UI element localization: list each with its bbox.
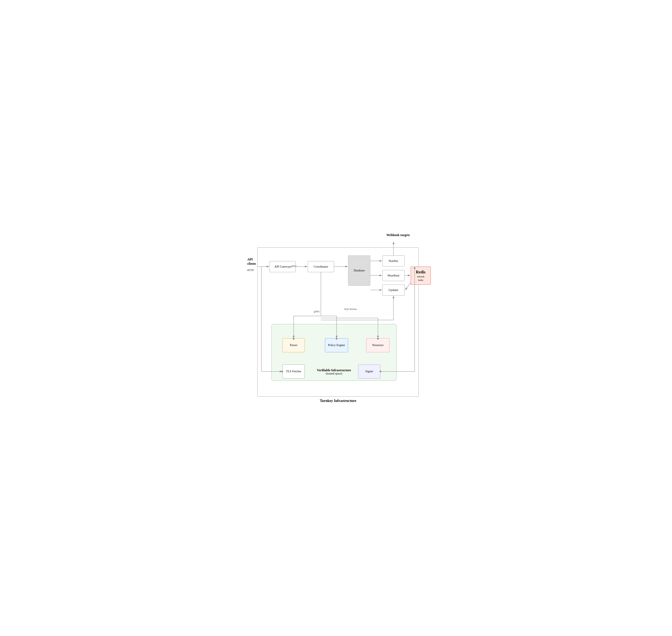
updater-label: Updater [389, 288, 398, 292]
notarizer-box: Notarizer [366, 338, 389, 352]
policy-engine-box: Policy Engine [325, 338, 348, 352]
parser-label: Parser [290, 343, 298, 347]
grpc1-text: gPRC [291, 264, 297, 267]
database-box: Database [348, 255, 370, 286]
tls-fetcher-box: TLS Fetcher [283, 364, 305, 379]
tls-fetcher-label: TLS Fetcher [286, 370, 301, 374]
webhook-targets-label: Webhook targets [386, 233, 410, 237]
grpc2-label: gPRC [314, 310, 320, 313]
updater-box: Updater [382, 284, 405, 296]
redis-box: Redis refreshtasks [411, 266, 431, 285]
http-label: HTTP [247, 269, 254, 272]
grpc2-text: gPRC [314, 310, 320, 313]
http-text: HTTP [247, 269, 254, 272]
notifier-box: Notifier [382, 255, 405, 266]
diagram-container: Turnkey Infrastructure Verifiable Infras… [245, 231, 427, 405]
database-label: Database [354, 269, 365, 273]
redis-label: Redis [416, 270, 426, 275]
grpc1-label: gPRC [291, 264, 297, 268]
heartbeat-box: Heartbeat [382, 270, 405, 281]
webhook-targets-text: Webhook targets [386, 233, 410, 237]
api-clients-label: APIclients [247, 257, 256, 266]
notifier-label: Notifier [389, 259, 398, 263]
signer-box: Signer [358, 364, 380, 379]
heartbeat-label: Heartbeat [388, 274, 399, 278]
coordinator-box: Coordinator [308, 261, 334, 272]
signer-label: Signer [365, 370, 373, 374]
policy-engine-label: Policy Engine [328, 343, 345, 347]
turnkey-label: Turnkey Infrastructure [257, 399, 419, 403]
parser-box: Parser [283, 338, 305, 352]
sqs-retries-label: SQS Retries [344, 307, 357, 311]
coordinator-label: Coordinator [313, 265, 328, 269]
sqs-retries-text: SQS Retries [344, 307, 357, 311]
api-clients-text: APIclients [247, 258, 256, 265]
notarizer-label: Notarizer [372, 343, 384, 347]
turnkey-infrastructure-label: Turnkey Infrastructure [320, 399, 357, 403]
api-gateway-label: API Gateway [274, 265, 291, 269]
redis-sub-label: refreshtasks [416, 275, 426, 282]
